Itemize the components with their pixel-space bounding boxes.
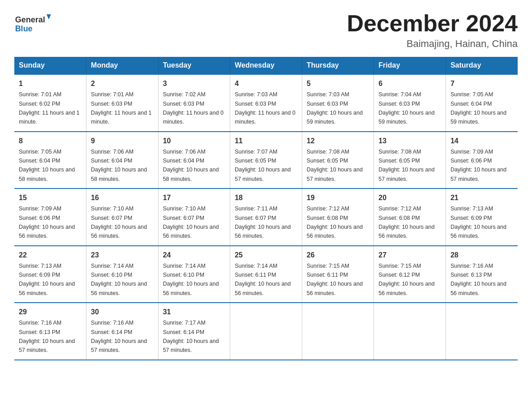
calendar-week-row: 15 Sunrise: 7:09 AMSunset: 6:06 PMDaylig… <box>14 188 518 246</box>
day-number: 15 <box>19 193 82 203</box>
location: Baimajing, Hainan, China <box>347 38 518 50</box>
logo: General Blue <box>14 11 55 38</box>
calendar-cell: 19 Sunrise: 7:12 AMSunset: 6:08 PMDaylig… <box>302 188 374 246</box>
day-info: Sunrise: 7:10 AMSunset: 6:07 PMDaylight:… <box>163 206 219 239</box>
day-info: Sunrise: 7:17 AMSunset: 6:14 PMDaylight:… <box>163 320 219 353</box>
calendar-cell: 24 Sunrise: 7:14 AMSunset: 6:10 PMDaylig… <box>158 246 230 303</box>
calendar-cell: 27 Sunrise: 7:15 AMSunset: 6:12 PMDaylig… <box>374 246 446 303</box>
day-number: 6 <box>378 78 441 89</box>
day-info: Sunrise: 7:01 AMSunset: 6:02 PMDaylight:… <box>19 91 80 125</box>
calendar-cell: 10 Sunrise: 7:06 AMSunset: 6:04 PMDaylig… <box>158 132 230 189</box>
calendar-week-row: 1 Sunrise: 7:01 AMSunset: 6:02 PMDayligh… <box>14 74 518 132</box>
day-info: Sunrise: 7:03 AMSunset: 6:03 PMDaylight:… <box>307 91 363 125</box>
day-info: Sunrise: 7:11 AMSunset: 6:07 PMDaylight:… <box>235 206 291 239</box>
calendar-cell: 16 Sunrise: 7:10 AMSunset: 6:07 PMDaylig… <box>86 188 159 246</box>
calendar-cell: 31 Sunrise: 7:17 AMSunset: 6:14 PMDaylig… <box>158 303 230 360</box>
calendar-week-row: 29 Sunrise: 7:16 AMSunset: 6:13 PMDaylig… <box>14 303 518 360</box>
calendar-cell: 28 Sunrise: 7:16 AMSunset: 6:13 PMDaylig… <box>446 246 518 303</box>
day-number: 11 <box>235 136 297 146</box>
day-number: 30 <box>91 307 154 317</box>
weekday-header-sunday: Sunday <box>14 57 86 74</box>
day-info: Sunrise: 7:05 AMSunset: 6:04 PMDaylight:… <box>19 149 75 182</box>
calendar-cell: 13 Sunrise: 7:08 AMSunset: 6:05 PMDaylig… <box>374 132 446 189</box>
logo-svg: General Blue <box>14 11 55 38</box>
day-info: Sunrise: 7:08 AMSunset: 6:05 PMDaylight:… <box>307 149 363 182</box>
day-number: 14 <box>450 136 513 146</box>
calendar-cell: 6 Sunrise: 7:04 AMSunset: 6:03 PMDayligh… <box>374 74 446 132</box>
day-info: Sunrise: 7:16 AMSunset: 6:13 PMDaylight:… <box>19 320 75 353</box>
calendar-cell: 1 Sunrise: 7:01 AMSunset: 6:02 PMDayligh… <box>14 74 86 132</box>
day-info: Sunrise: 7:06 AMSunset: 6:04 PMDaylight:… <box>91 149 147 182</box>
weekday-header-row: SundayMondayTuesdayWednesdayThursdayFrid… <box>14 57 518 74</box>
calendar-cell: 5 Sunrise: 7:03 AMSunset: 6:03 PMDayligh… <box>302 74 374 132</box>
calendar-cell: 23 Sunrise: 7:14 AMSunset: 6:10 PMDaylig… <box>86 246 159 303</box>
day-number: 12 <box>307 136 369 146</box>
svg-text:Blue: Blue <box>15 24 33 33</box>
calendar-cell: 8 Sunrise: 7:05 AMSunset: 6:04 PMDayligh… <box>14 132 86 189</box>
calendar-cell <box>230 303 302 360</box>
calendar-cell: 20 Sunrise: 7:12 AMSunset: 6:08 PMDaylig… <box>374 188 446 246</box>
weekday-header-friday: Friday <box>374 57 446 74</box>
calendar-cell: 25 Sunrise: 7:14 AMSunset: 6:11 PMDaylig… <box>230 246 302 303</box>
day-number: 21 <box>450 193 513 203</box>
day-number: 9 <box>91 136 154 146</box>
day-number: 26 <box>307 250 369 261</box>
day-number: 3 <box>163 78 226 89</box>
day-info: Sunrise: 7:12 AMSunset: 6:08 PMDaylight:… <box>307 206 363 239</box>
day-number: 16 <box>91 193 154 203</box>
day-number: 2 <box>91 78 154 89</box>
day-number: 28 <box>450 250 513 261</box>
day-number: 10 <box>163 136 226 146</box>
day-number: 24 <box>163 250 226 261</box>
day-number: 8 <box>19 136 82 146</box>
month-title: December 2024 <box>347 11 518 36</box>
day-info: Sunrise: 7:12 AMSunset: 6:08 PMDaylight:… <box>378 206 434 239</box>
svg-marker-1 <box>47 14 51 19</box>
day-info: Sunrise: 7:15 AMSunset: 6:12 PMDaylight:… <box>378 263 434 296</box>
calendar-cell: 12 Sunrise: 7:08 AMSunset: 6:05 PMDaylig… <box>302 132 374 189</box>
day-info: Sunrise: 7:14 AMSunset: 6:10 PMDaylight:… <box>163 263 219 296</box>
day-info: Sunrise: 7:03 AMSunset: 6:03 PMDaylight:… <box>235 91 296 125</box>
day-info: Sunrise: 7:14 AMSunset: 6:10 PMDaylight:… <box>91 263 147 296</box>
day-number: 7 <box>450 78 513 89</box>
day-info: Sunrise: 7:09 AMSunset: 6:06 PMDaylight:… <box>450 149 506 182</box>
day-number: 27 <box>378 250 441 261</box>
day-number: 22 <box>19 250 82 261</box>
day-number: 1 <box>19 78 82 89</box>
day-number: 25 <box>235 250 297 261</box>
calendar-cell: 9 Sunrise: 7:06 AMSunset: 6:04 PMDayligh… <box>86 132 159 189</box>
calendar-cell: 7 Sunrise: 7:05 AMSunset: 6:04 PMDayligh… <box>446 74 518 132</box>
day-info: Sunrise: 7:14 AMSunset: 6:11 PMDaylight:… <box>235 263 291 296</box>
day-info: Sunrise: 7:06 AMSunset: 6:04 PMDaylight:… <box>163 149 219 182</box>
calendar-cell <box>302 303 374 360</box>
day-info: Sunrise: 7:10 AMSunset: 6:07 PMDaylight:… <box>91 206 147 239</box>
calendar-cell: 15 Sunrise: 7:09 AMSunset: 6:06 PMDaylig… <box>14 188 86 246</box>
calendar-cell <box>446 303 518 360</box>
calendar-cell: 2 Sunrise: 7:01 AMSunset: 6:03 PMDayligh… <box>86 74 159 132</box>
day-number: 23 <box>91 250 154 261</box>
calendar-cell: 26 Sunrise: 7:15 AMSunset: 6:11 PMDaylig… <box>302 246 374 303</box>
svg-text:General: General <box>15 15 45 24</box>
day-info: Sunrise: 7:05 AMSunset: 6:04 PMDaylight:… <box>450 91 506 125</box>
weekday-header-wednesday: Wednesday <box>230 57 302 74</box>
day-number: 29 <box>19 307 82 317</box>
calendar-cell: 29 Sunrise: 7:16 AMSunset: 6:13 PMDaylig… <box>14 303 86 360</box>
day-info: Sunrise: 7:04 AMSunset: 6:03 PMDaylight:… <box>378 91 434 125</box>
calendar-cell: 11 Sunrise: 7:07 AMSunset: 6:05 PMDaylig… <box>230 132 302 189</box>
calendar-cell: 4 Sunrise: 7:03 AMSunset: 6:03 PMDayligh… <box>230 74 302 132</box>
weekday-header-monday: Monday <box>86 57 159 74</box>
day-info: Sunrise: 7:02 AMSunset: 6:03 PMDaylight:… <box>163 91 224 125</box>
calendar-cell: 21 Sunrise: 7:13 AMSunset: 6:09 PMDaylig… <box>446 188 518 246</box>
weekday-header-tuesday: Tuesday <box>158 57 230 74</box>
day-number: 4 <box>235 78 297 89</box>
calendar-cell: 30 Sunrise: 7:16 AMSunset: 6:14 PMDaylig… <box>86 303 159 360</box>
day-info: Sunrise: 7:13 AMSunset: 6:09 PMDaylight:… <box>450 206 506 239</box>
day-info: Sunrise: 7:16 AMSunset: 6:14 PMDaylight:… <box>91 320 147 353</box>
weekday-header-thursday: Thursday <box>302 57 374 74</box>
calendar-cell: 18 Sunrise: 7:11 AMSunset: 6:07 PMDaylig… <box>230 188 302 246</box>
page-header: General Blue December 2024 Baimajing, Ha… <box>14 11 518 50</box>
day-info: Sunrise: 7:16 AMSunset: 6:13 PMDaylight:… <box>450 263 506 296</box>
calendar-cell <box>374 303 446 360</box>
day-number: 18 <box>235 193 297 203</box>
day-info: Sunrise: 7:13 AMSunset: 6:09 PMDaylight:… <box>19 263 75 296</box>
